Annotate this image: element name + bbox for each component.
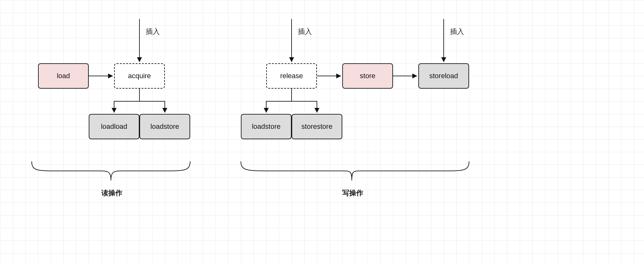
arrow-acquire-loadload <box>114 89 139 112</box>
loadstore-right-label: loadstore <box>252 122 281 131</box>
release-box: release <box>266 63 317 89</box>
arrow-release-storestore <box>292 89 317 112</box>
caption-right: 写操作 <box>342 188 363 198</box>
store-box: store <box>342 63 393 89</box>
loadstore-left-label: loadstore <box>151 122 179 131</box>
load-label: load <box>57 72 70 80</box>
brace-right <box>241 161 469 180</box>
loadstore-left-box: loadstore <box>139 114 190 139</box>
loadload-box: loadload <box>89 114 139 139</box>
insert-label-left: 插入 <box>146 27 160 36</box>
storestore-box: storestore <box>292 114 342 139</box>
acquire-label: acquire <box>128 72 151 80</box>
release-label: release <box>280 72 303 80</box>
arrow-release-loadstore <box>266 89 292 112</box>
insert-label-right-2: 插入 <box>450 27 464 36</box>
loadstore-right-box: loadstore <box>241 114 292 139</box>
storeload-label: storeload <box>429 72 458 80</box>
storeload-box: storeload <box>418 63 469 89</box>
storestore-label: storestore <box>301 122 332 131</box>
brace-left <box>32 161 190 180</box>
load-box: load <box>38 63 89 89</box>
insert-label-right-1: 插入 <box>298 27 312 36</box>
store-label: store <box>360 72 376 80</box>
acquire-box: acquire <box>114 63 165 89</box>
arrow-acquire-loadstore <box>139 89 165 112</box>
caption-left: 读操作 <box>101 188 122 198</box>
loadload-label: loadload <box>101 122 127 131</box>
